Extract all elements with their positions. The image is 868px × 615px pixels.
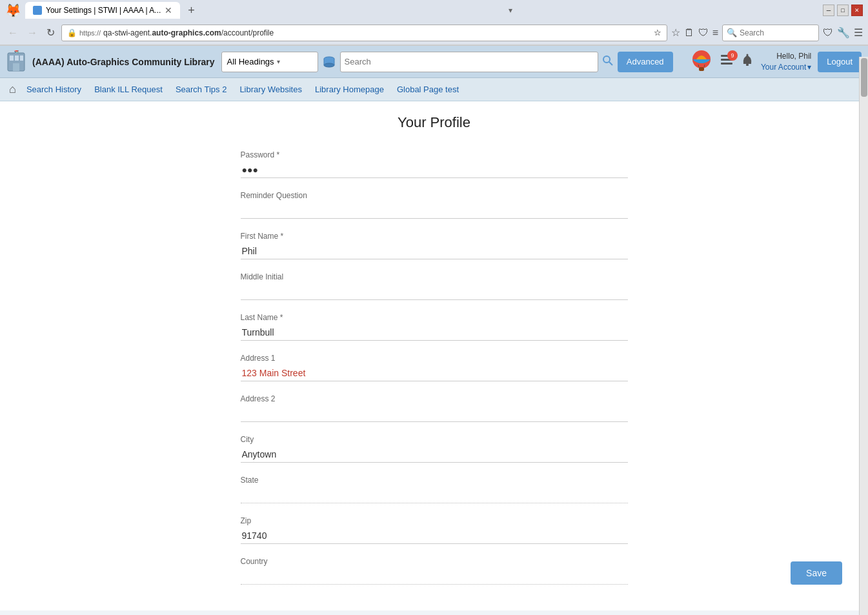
middle-initial-field-group: Middle Initial: [241, 272, 628, 300]
country-field-group: Country: [241, 557, 628, 585]
search-type-dropdown[interactable]: All Headings ▾: [221, 52, 318, 72]
home-nav-button[interactable]: ⌂: [6, 80, 19, 99]
browser-tab[interactable]: Your Settings | STWI | AAAA | A... ✕: [25, 2, 180, 19]
svg-rect-2: [15, 55, 19, 61]
maximize-button[interactable]: □: [837, 5, 849, 16]
browser-toolbar: ← → ↻ 🔒 https:// qa-stwi-agent.auto-grap…: [0, 21, 868, 45]
first-name-field-group: First Name *: [241, 232, 628, 259]
svg-point-8: [324, 63, 334, 67]
forward-button[interactable]: →: [25, 26, 40, 40]
state-input[interactable]: [241, 487, 628, 503]
bookmarks-icon[interactable]: ☆: [671, 26, 680, 39]
search-magnifier-icon: [602, 55, 614, 66]
search-type-label: All Headings: [227, 57, 274, 66]
library-name: (AAAA) Auto-Graphics Community Library: [32, 57, 215, 67]
reader-view-icon[interactable]: ≡: [712, 27, 718, 39]
address-bar[interactable]: 🔒 https:// qa-stwi-agent.auto-graphics.c…: [61, 25, 667, 41]
search-submit-button[interactable]: [602, 55, 614, 69]
zip-label: Zip: [241, 516, 628, 525]
library-websites-link[interactable]: Library Websites: [234, 81, 307, 98]
shield-icon[interactable]: 🛡: [698, 27, 709, 39]
tab-favicon: [33, 6, 42, 15]
account-dropdown-arrow-icon: ▾: [807, 62, 811, 73]
scrollbar[interactable]: [859, 57, 868, 610]
header-right: 9 Hello, Phil Your Account ▾ Logout: [690, 49, 862, 75]
browser-search-input[interactable]: [740, 28, 814, 37]
sub-nav: ⌂ Search History Blank ILL Request Searc…: [0, 78, 868, 101]
svg-rect-3: [20, 55, 23, 61]
first-name-label: First Name *: [241, 232, 628, 241]
menu-icon[interactable]: ☰: [854, 26, 863, 39]
protocol-text: https://: [79, 29, 101, 37]
zip-field-group: Zip: [241, 516, 628, 544]
close-window-button[interactable]: ✕: [851, 5, 863, 16]
profile-form: Password * Reminder Question First Name …: [241, 150, 628, 585]
library-icon: 📚: [6, 50, 26, 74]
back-button[interactable]: ←: [5, 26, 21, 40]
dropdown-arrow-icon: ▾: [277, 58, 280, 65]
password-field-group: Password *: [241, 150, 628, 178]
reminder-question-input[interactable]: [241, 203, 628, 219]
extensions-icon[interactable]: 🔧: [837, 26, 850, 39]
address1-input[interactable]: [241, 365, 628, 381]
svg-rect-20: [746, 64, 749, 66]
last-name-label: Last Name *: [241, 313, 628, 322]
hot-air-balloon-icon: [690, 49, 713, 75]
city-input[interactable]: [241, 447, 628, 463]
search-input[interactable]: [345, 57, 594, 66]
greeting-text: Hello, Phil: [761, 51, 811, 62]
svg-point-21: [746, 54, 748, 56]
address2-label: Address 2: [241, 394, 628, 403]
blank-ill-request-link[interactable]: Blank ILL Request: [89, 81, 168, 98]
minimize-button[interactable]: ─: [823, 5, 834, 16]
toolbar-icons: ☆ 🗒 🛡 ≡: [671, 26, 718, 39]
url-display: qa-stwi-agent.auto-graphics.com/account/…: [103, 28, 651, 37]
notifications-button[interactable]: [740, 53, 754, 70]
history-icon[interactable]: 🗒: [684, 27, 694, 39]
bookmark-icon[interactable]: ☆: [654, 28, 661, 37]
account-label: Your Account: [761, 62, 806, 73]
page-title: Your Profile: [13, 114, 855, 131]
reminder-question-field-group: Reminder Question: [241, 191, 628, 219]
tab-close-button[interactable]: ✕: [165, 5, 172, 15]
scrollbar-thumb[interactable]: [861, 58, 867, 97]
search-icon: 🔍: [727, 28, 737, 37]
password-input[interactable]: [241, 162, 628, 178]
address2-input[interactable]: [241, 406, 628, 422]
reminder-question-label: Reminder Question: [241, 191, 628, 200]
logout-button[interactable]: Logout: [818, 52, 862, 72]
reload-button[interactable]: ↻: [44, 25, 57, 40]
browser-chrome: 🦊 Your Settings | STWI | AAAA | A... ✕ +…: [0, 0, 868, 46]
user-info: Hello, Phil Your Account ▾: [761, 51, 811, 73]
password-label: Password *: [241, 150, 628, 159]
bell-icon: [740, 53, 754, 67]
lists-button[interactable]: 9: [720, 53, 734, 70]
tab-title: Your Settings | STWI | AAAA | A...: [46, 6, 161, 15]
svg-rect-4: [13, 63, 19, 71]
country-input[interactable]: [241, 569, 628, 585]
notification-badge: 9: [727, 50, 738, 61]
advanced-search-button[interactable]: Advanced: [618, 52, 673, 72]
last-name-input[interactable]: [241, 325, 628, 341]
middle-initial-label: Middle Initial: [241, 272, 628, 281]
search-tips-link[interactable]: Search Tips 2: [170, 81, 232, 98]
search-controls: All Headings ▾ Advanced: [221, 52, 673, 72]
library-homepage-link[interactable]: Library Homepage: [310, 81, 389, 98]
address1-field-group: Address 1: [241, 354, 628, 381]
browser-search-box[interactable]: 🔍: [722, 25, 819, 41]
save-button[interactable]: Save: [791, 561, 842, 585]
search-history-link[interactable]: Search History: [21, 81, 86, 98]
svg-rect-14: [699, 67, 704, 71]
tabs-dropdown-button[interactable]: ▾: [509, 6, 512, 15]
pocket-icon[interactable]: 🛡: [823, 27, 833, 39]
svg-rect-19: [721, 63, 732, 65]
global-page-test-link[interactable]: Global Page test: [392, 81, 464, 98]
account-dropdown[interactable]: Your Account ▾: [761, 62, 811, 73]
zip-input[interactable]: [241, 528, 628, 544]
middle-initial-input[interactable]: [241, 284, 628, 300]
svg-rect-1: [10, 55, 14, 61]
new-tab-button[interactable]: +: [184, 4, 199, 17]
first-name-input[interactable]: [241, 243, 628, 259]
main-content: Your Profile Password * Reminder Questio…: [0, 101, 868, 610]
search-input-box[interactable]: [340, 52, 598, 72]
